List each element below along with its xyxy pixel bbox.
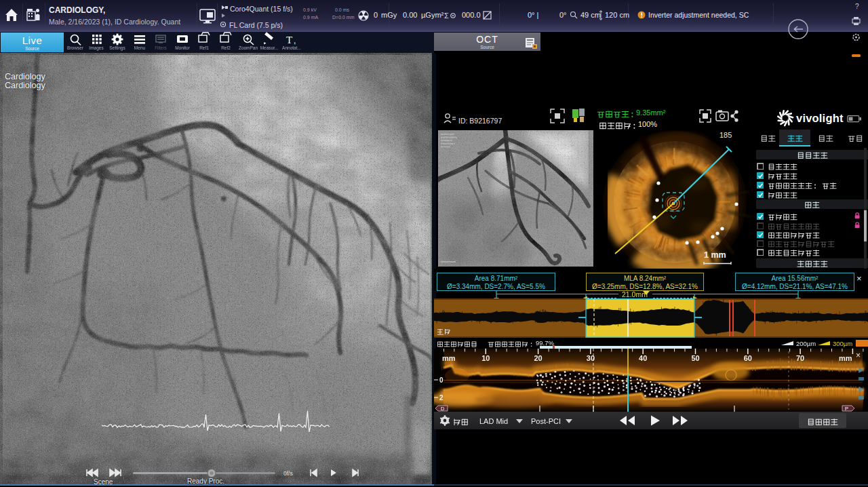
svg-text:×: × bbox=[856, 351, 861, 360]
svg-text:20: 20 bbox=[534, 354, 542, 362]
svg-text:mm: mm bbox=[442, 354, 456, 362]
svg-text:50: 50 bbox=[691, 354, 699, 362]
svg-text:T: T bbox=[286, 35, 292, 45]
svg-text:0: 0 bbox=[439, 376, 443, 384]
svg-text:40: 40 bbox=[639, 354, 647, 362]
svg-text:D: D bbox=[441, 406, 445, 412]
svg-text:70: 70 bbox=[796, 354, 804, 362]
svg-text:200µm: 200µm bbox=[796, 340, 816, 347]
svg-text:P: P bbox=[845, 406, 848, 412]
svg-text:0f/s: 0f/s bbox=[283, 470, 293, 477]
svg-text:?: ? bbox=[855, 3, 859, 10]
svg-text:mm: mm bbox=[839, 354, 852, 362]
svg-text:10: 10 bbox=[481, 354, 490, 362]
svg-text:2: 2 bbox=[439, 394, 443, 402]
svg-text:1 mm: 1 mm bbox=[704, 250, 726, 260]
svg-text:,: , bbox=[294, 36, 296, 45]
svg-text:Σ: Σ bbox=[444, 12, 449, 20]
svg-text:60: 60 bbox=[744, 354, 752, 362]
svg-text:300µm: 300µm bbox=[833, 340, 852, 347]
svg-text:185: 185 bbox=[719, 131, 732, 139]
svg-text:vivolight: vivolight bbox=[796, 112, 844, 124]
